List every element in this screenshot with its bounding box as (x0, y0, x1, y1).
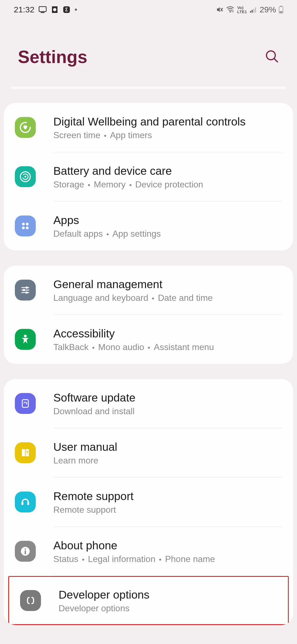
dot-icon (75, 8, 77, 11)
apps-icon (15, 215, 36, 236)
volte-icon: Vo)LTE1 (237, 6, 247, 14)
settings-row-remote-support[interactable]: Remote supportRemote support (4, 477, 293, 526)
svg-rect-37 (21, 502, 23, 505)
row-text: About phoneStatusLegal informationPhone … (53, 538, 282, 564)
row-subtitle: StatusLegal informationPhone name (53, 554, 282, 564)
remote-support-icon (15, 492, 36, 512)
subtitle-part: Date and time (158, 293, 213, 303)
subtitle-part: Download and install (53, 406, 134, 416)
row-text: General managementLanguage and keyboardD… (53, 277, 282, 303)
pull-handle[interactable] (11, 86, 286, 89)
settings-row-developer-options[interactable]: Developer optionsDeveloper options (8, 576, 289, 625)
row-title: Developer options (59, 588, 277, 602)
settings-row-software-update[interactable]: Software updateDownload and install (4, 379, 293, 428)
svg-rect-10 (252, 10, 253, 13)
search-button[interactable] (265, 49, 279, 65)
subtitle-part: Language and keyboard (53, 293, 148, 303)
row-subtitle: Developer options (59, 603, 277, 613)
separator-dot (104, 135, 106, 137)
row-text: User manualLearn more (53, 440, 282, 466)
subtitle-part: Storage (53, 179, 84, 189)
separator-dot (82, 559, 84, 561)
svg-rect-15 (280, 11, 282, 13)
subtitle-part: TalkBack (53, 342, 89, 352)
settings-row-general-management[interactable]: General managementLanguage and keyboardD… (4, 266, 293, 315)
subtitle-part: Mono audio (98, 342, 144, 352)
signal-icon (250, 7, 257, 13)
settings-group: Digital Wellbeing and parental controlsS… (4, 103, 293, 250)
wifi-icon (226, 6, 234, 13)
settings-group: General managementLanguage and keyboardD… (4, 266, 293, 364)
row-subtitle: StorageMemoryDevice protection (53, 179, 282, 190)
row-title: Software update (53, 391, 282, 405)
row-subtitle: TalkBackMono audioAssistant menu (53, 342, 282, 352)
app-icon-2: Σ (63, 6, 70, 13)
svg-point-5 (75, 9, 77, 11)
separator-dot (152, 298, 154, 299)
row-text: AppsDefault appsApp settings (53, 213, 282, 239)
svg-rect-9 (250, 11, 251, 13)
cast-icon (38, 6, 47, 13)
row-title: General management (53, 277, 282, 292)
svg-rect-12 (255, 7, 256, 13)
separator-dot (148, 347, 150, 349)
svg-line-17 (274, 59, 277, 62)
row-title: About phone (53, 538, 282, 553)
row-subtitle: Language and keyboardDate and time (53, 293, 282, 303)
settings-row-accessibility[interactable]: AccessibilityTalkBackMono audioAssistant… (4, 315, 293, 364)
page-title: Settings (18, 47, 87, 67)
settings-row-battery-device-care[interactable]: Battery and device careStorageMemoryDevi… (4, 152, 293, 201)
separator-dot (107, 233, 109, 235)
svg-point-40 (25, 549, 26, 550)
svg-rect-11 (253, 9, 254, 13)
svg-rect-1 (41, 12, 45, 13)
subtitle-part: Status (53, 554, 78, 564)
user-manual-icon: ? (15, 442, 36, 463)
mute-vibrate-icon (216, 6, 223, 13)
subtitle-part: Remote support (53, 505, 116, 515)
general-management-icon (15, 280, 36, 301)
separator-dot (92, 347, 94, 349)
settings-list: Digital Wellbeing and parental controlsS… (0, 103, 297, 625)
about-phone-icon (15, 541, 36, 562)
subtitle-part: Learn more (53, 455, 98, 465)
subtitle-part: Phone name (165, 554, 215, 564)
svg-point-31 (26, 291, 28, 294)
status-right: Vo)LTE1 29% (216, 5, 283, 14)
status-time: 21:32 (14, 5, 34, 14)
subtitle-part: Developer options (59, 603, 130, 613)
settings-row-apps[interactable]: AppsDefault appsApp settings (4, 201, 293, 250)
row-text: Developer optionsDeveloper options (59, 588, 277, 613)
svg-point-24 (22, 227, 25, 229)
svg-point-8 (230, 11, 231, 13)
row-text: Remote supportRemote support (53, 489, 282, 515)
svg-rect-34 (22, 449, 25, 456)
settings-row-user-manual[interactable]: ?User manualLearn more (4, 428, 293, 477)
svg-point-27 (26, 286, 28, 289)
app-icon-1 (51, 6, 59, 13)
search-icon (265, 49, 279, 64)
svg-point-21 (24, 176, 26, 178)
status-left: 21:32 Σ (14, 5, 77, 14)
row-subtitle: Remote support (53, 505, 282, 515)
row-text: AccessibilityTalkBackMono audioAssistant… (53, 326, 282, 352)
row-title: Accessibility (53, 326, 282, 341)
svg-rect-41 (25, 550, 26, 554)
row-subtitle: Default appsApp settings (53, 229, 282, 239)
subtitle-part: Legal information (88, 554, 155, 564)
subtitle-part: Screen time (53, 130, 100, 140)
separator-dot (88, 184, 90, 186)
row-text: Digital Wellbeing and parental controlsS… (53, 114, 282, 140)
separator-dot (159, 559, 161, 561)
battery-percent: 29% (260, 5, 276, 14)
row-title: User manual (53, 440, 282, 454)
battery-icon (279, 6, 283, 13)
row-title: Apps (53, 213, 282, 228)
row-subtitle: Screen timeApp timers (53, 130, 282, 140)
subtitle-part: Memory (94, 179, 126, 189)
settings-row-digital-wellbeing[interactable]: Digital Wellbeing and parental controlsS… (4, 103, 293, 152)
accessibility-icon (15, 329, 36, 350)
settings-row-about-phone[interactable]: About phoneStatusLegal informationPhone … (4, 527, 293, 576)
separator-dot (130, 184, 131, 186)
row-subtitle: Download and install (53, 406, 282, 416)
